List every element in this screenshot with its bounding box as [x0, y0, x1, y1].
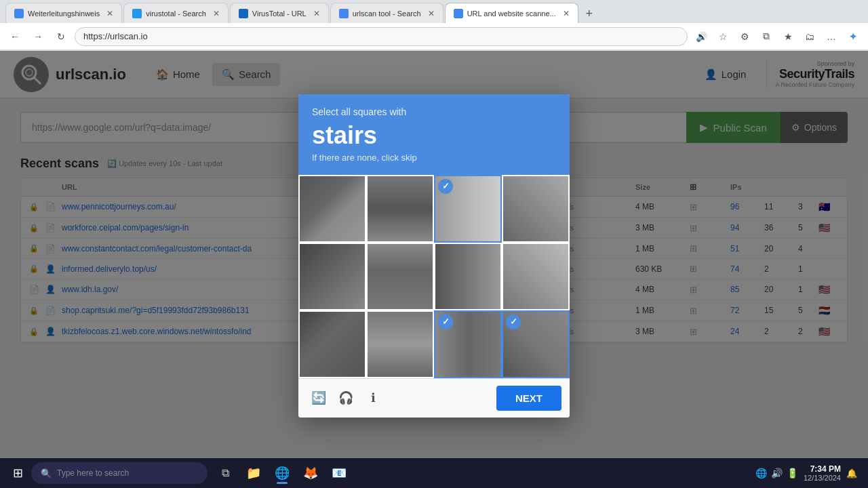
tab-4[interactable]: urlscan tool - Search ✕: [330, 3, 443, 23]
tab-3[interactable]: VirusTotal - URL ✕: [230, 3, 329, 23]
copilot-button[interactable]: ✦: [844, 27, 863, 46]
taskbar: ⊞ 🔍 Type here to search ⧉ 📁 🌐 🦊 📧 🌐 🔊 🔋 …: [0, 458, 868, 488]
tab-2-label: virustotal - Search: [146, 9, 206, 18]
captcha-header: Select all squares with stairs If there …: [298, 94, 570, 175]
captcha-prompt: Select all squares with: [312, 106, 556, 117]
tab-1-favicon: [14, 9, 24, 18]
taskbar-app-firefox[interactable]: 🦊: [297, 461, 324, 485]
tab-2-favicon: [132, 9, 142, 18]
taskbar-search-text: Type here to search: [57, 468, 129, 478]
captcha-audio-button[interactable]: 🎧: [334, 386, 358, 410]
favorites-button[interactable]: ☆: [713, 27, 732, 46]
back-button[interactable]: ←: [5, 27, 24, 46]
captcha-cell-9[interactable]: [298, 310, 366, 378]
captcha-cell-3[interactable]: ✓: [434, 175, 502, 243]
captcha-instruction: If there are none, click skip: [312, 152, 556, 163]
taskbar-app-file-explorer[interactable]: 📁: [240, 461, 267, 485]
tab-2[interactable]: virustotal - Search ✕: [123, 3, 229, 23]
taskbar-apps: ⧉ 📁 🌐 🦊 📧: [212, 461, 353, 485]
captcha-cell-10[interactable]: [366, 310, 434, 378]
captcha-footer: 🔄 🎧 ℹ NEXT: [298, 378, 570, 418]
battery-icon: 🔋: [787, 468, 798, 479]
address-actions: 🔊 ☆ ⚙ ⧉ ★ 🗂 … ✦: [692, 27, 863, 46]
captcha-cell-12[interactable]: ✓: [502, 310, 570, 378]
tab-5-label: URL and website scanne...: [467, 9, 556, 18]
browser-settings-button[interactable]: …: [822, 27, 841, 46]
read-aloud-button[interactable]: 🔊: [692, 27, 711, 46]
tab-5-close[interactable]: ✕: [563, 9, 570, 18]
tab-4-favicon: [339, 9, 349, 18]
tab-1-label: Weiterleitungshinweis: [28, 9, 100, 18]
tab-4-close[interactable]: ✕: [428, 9, 435, 18]
taskbar-time[interactable]: 7:34 PM 12/13/2024: [804, 464, 841, 482]
captcha-word: stairs: [312, 121, 556, 150]
captcha-cell-5[interactable]: [298, 243, 366, 310]
captcha-grid: ✓: [298, 175, 570, 378]
volume-icon: 🔊: [771, 468, 783, 479]
taskbar-app-taskview[interactable]: ⧉: [212, 461, 239, 485]
captcha-cell-11[interactable]: ✓: [434, 310, 502, 378]
tab-5-favicon: [454, 9, 463, 18]
system-tray-icons: 🌐 🔊 🔋: [755, 468, 798, 479]
captcha-box: Select all squares with stairs If there …: [298, 94, 570, 418]
taskbar-app-edge[interactable]: 🌐: [269, 461, 296, 485]
new-tab-button[interactable]: +: [580, 4, 599, 23]
tab-4-label: urlscan tool - Search: [353, 9, 421, 18]
taskbar-app-outlook[interactable]: 📧: [326, 461, 353, 485]
captcha-cell-2[interactable]: [366, 175, 434, 243]
tab-1[interactable]: Weiterleitungshinweis ✕: [5, 3, 122, 23]
captcha-cell-8[interactable]: [502, 243, 570, 310]
address-bar-row: ← → ↻ 🔊 ☆ ⚙ ⧉ ★ 🗂 … ✦: [0, 23, 868, 50]
tab-5[interactable]: URL and website scanne... ✕: [445, 3, 578, 23]
captcha-check-12: ✓: [506, 314, 521, 329]
browser-tools-button[interactable]: ⚙: [735, 27, 754, 46]
tab-3-favicon: [239, 9, 248, 18]
captcha-check-3: ✓: [438, 179, 453, 194]
captcha-cell-1[interactable]: [298, 175, 366, 243]
taskbar-search-icon: 🔍: [41, 468, 52, 479]
page-content: urlscan.io 🏠 Home 🔍 Search 👤 Login Spons…: [0, 51, 868, 460]
notification-icon[interactable]: 🔔: [846, 468, 857, 479]
network-icon: 🌐: [755, 468, 767, 479]
tab-2-close[interactable]: ✕: [213, 9, 220, 18]
split-view-button[interactable]: ⧉: [757, 27, 776, 46]
tab-1-close[interactable]: ✕: [106, 9, 113, 18]
start-button[interactable]: ⊞: [5, 461, 30, 485]
captcha-cell-7[interactable]: [434, 243, 502, 310]
tab-3-label: VirusTotal - URL: [252, 9, 307, 18]
captcha-next-button[interactable]: NEXT: [496, 386, 561, 411]
captcha-cell-6[interactable]: [366, 243, 434, 310]
taskbar-right: 🌐 🔊 🔋 7:34 PM 12/13/2024 🔔: [755, 464, 863, 482]
taskbar-date: 12/13/2024: [804, 474, 841, 482]
taskbar-clock: 7:34 PM: [804, 464, 841, 474]
captcha-overlay: Select all squares with stairs If there …: [0, 51, 868, 460]
favorites-bar-button[interactable]: ★: [778, 27, 797, 46]
captcha-check-11: ✓: [438, 314, 453, 329]
collections-button[interactable]: 🗂: [800, 27, 819, 46]
tab-bar: Weiterleitungshinweis ✕ virustotal - Sea…: [0, 0, 868, 23]
taskbar-search[interactable]: 🔍 Type here to search: [31, 462, 208, 484]
captcha-cell-4[interactable]: [502, 175, 570, 243]
captcha-info-button[interactable]: ℹ: [361, 386, 385, 410]
tab-3-close[interactable]: ✕: [313, 9, 320, 18]
browser-chrome: Weiterleitungshinweis ✕ virustotal - Sea…: [0, 0, 868, 51]
captcha-refresh-button[interactable]: 🔄: [307, 386, 331, 410]
address-input[interactable]: [75, 27, 688, 46]
refresh-button[interactable]: ↻: [52, 27, 71, 46]
captcha-icon-buttons: 🔄 🎧 ℹ: [307, 386, 385, 410]
forward-button[interactable]: →: [28, 27, 47, 46]
